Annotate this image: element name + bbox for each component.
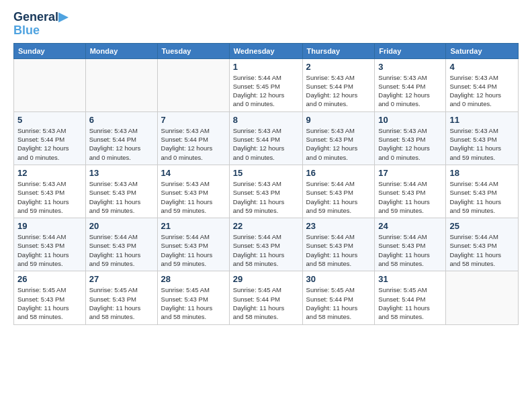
day-number: 15 [233, 168, 299, 178]
day-info: Sunrise: 5:43 AM Sunset: 5:44 PM Dayligh… [17, 126, 82, 162]
day-info: Sunrise: 5:43 AM Sunset: 5:43 PM Dayligh… [17, 179, 82, 215]
calendar-cell [157, 58, 229, 111]
calendar-cell: 22Sunrise: 5:44 AM Sunset: 5:43 PM Dayli… [229, 218, 302, 271]
day-number: 25 [449, 221, 515, 231]
calendar-cell: 24Sunrise: 5:44 AM Sunset: 5:43 PM Dayli… [375, 218, 446, 271]
day-number: 22 [233, 221, 299, 231]
calendar-cell: 7Sunrise: 5:43 AM Sunset: 5:44 PM Daylig… [157, 111, 229, 165]
calendar-cell: 18Sunrise: 5:44 AM Sunset: 5:43 PM Dayli… [446, 165, 519, 218]
day-info: Sunrise: 5:44 AM Sunset: 5:43 PM Dayligh… [378, 232, 442, 268]
day-number: 16 [306, 168, 371, 178]
day-info: Sunrise: 5:45 AM Sunset: 5:44 PM Dayligh… [233, 285, 299, 321]
day-number: 27 [89, 274, 154, 284]
day-info: Sunrise: 5:45 AM Sunset: 5:43 PM Dayligh… [17, 285, 82, 321]
day-number: 31 [378, 274, 442, 284]
day-number: 30 [306, 274, 371, 284]
header-cell-monday: Monday [85, 43, 157, 58]
day-number: 6 [89, 115, 154, 125]
calendar-week-2: 5Sunrise: 5:43 AM Sunset: 5:44 PM Daylig… [14, 111, 519, 165]
day-number: 21 [161, 221, 226, 231]
day-info: Sunrise: 5:43 AM Sunset: 5:44 PM Dayligh… [161, 126, 226, 162]
day-info: Sunrise: 5:43 AM Sunset: 5:43 PM Dayligh… [449, 126, 515, 162]
calendar-cell: 28Sunrise: 5:45 AM Sunset: 5:43 PM Dayli… [157, 271, 229, 324]
day-info: Sunrise: 5:45 AM Sunset: 5:44 PM Dayligh… [378, 285, 442, 321]
day-number: 11 [449, 115, 515, 125]
calendar-cell: 6Sunrise: 5:43 AM Sunset: 5:44 PM Daylig… [85, 111, 157, 165]
day-info: Sunrise: 5:43 AM Sunset: 5:43 PM Dayligh… [89, 179, 154, 215]
calendar-week-5: 26Sunrise: 5:45 AM Sunset: 5:43 PM Dayli… [14, 271, 519, 324]
calendar-cell: 9Sunrise: 5:43 AM Sunset: 5:43 PM Daylig… [302, 111, 375, 165]
day-info: Sunrise: 5:44 AM Sunset: 5:43 PM Dayligh… [233, 232, 299, 268]
calendar-week-3: 12Sunrise: 5:43 AM Sunset: 5:43 PM Dayli… [14, 165, 519, 218]
day-number: 4 [449, 62, 515, 72]
calendar-body: 1Sunrise: 5:44 AM Sunset: 5:45 PM Daylig… [14, 58, 519, 324]
calendar-cell: 14Sunrise: 5:43 AM Sunset: 5:43 PM Dayli… [157, 165, 229, 218]
page-header: General▶ Blue [13, 11, 519, 38]
day-number: 17 [378, 168, 442, 178]
calendar-cell: 13Sunrise: 5:43 AM Sunset: 5:43 PM Dayli… [85, 165, 157, 218]
calendar-cell: 19Sunrise: 5:44 AM Sunset: 5:43 PM Dayli… [14, 218, 86, 271]
calendar-cell: 26Sunrise: 5:45 AM Sunset: 5:43 PM Dayli… [14, 271, 86, 324]
day-info: Sunrise: 5:43 AM Sunset: 5:44 PM Dayligh… [233, 126, 299, 162]
day-number: 7 [161, 115, 226, 125]
calendar-cell: 16Sunrise: 5:44 AM Sunset: 5:43 PM Dayli… [302, 165, 375, 218]
calendar-cell: 17Sunrise: 5:44 AM Sunset: 5:43 PM Dayli… [375, 165, 446, 218]
day-number: 19 [17, 221, 82, 231]
day-info: Sunrise: 5:44 AM Sunset: 5:43 PM Dayligh… [449, 232, 515, 268]
day-info: Sunrise: 5:43 AM Sunset: 5:44 PM Dayligh… [89, 126, 154, 162]
day-number: 24 [378, 221, 442, 231]
day-info: Sunrise: 5:45 AM Sunset: 5:43 PM Dayligh… [161, 285, 226, 321]
calendar-week-4: 19Sunrise: 5:44 AM Sunset: 5:43 PM Dayli… [14, 218, 519, 271]
logo: General▶ Blue [13, 11, 68, 38]
calendar-cell: 4Sunrise: 5:43 AM Sunset: 5:44 PM Daylig… [446, 58, 519, 111]
day-number: 2 [306, 62, 371, 72]
header-row: SundayMondayTuesdayWednesdayThursdayFrid… [14, 43, 519, 58]
day-number: 23 [306, 221, 371, 231]
day-info: Sunrise: 5:43 AM Sunset: 5:44 PM Dayligh… [306, 73, 371, 109]
calendar-cell: 20Sunrise: 5:44 AM Sunset: 5:43 PM Dayli… [85, 218, 157, 271]
calendar-cell: 23Sunrise: 5:44 AM Sunset: 5:43 PM Dayli… [302, 218, 375, 271]
calendar-cell: 5Sunrise: 5:43 AM Sunset: 5:44 PM Daylig… [14, 111, 86, 165]
day-number: 12 [17, 168, 82, 178]
day-info: Sunrise: 5:44 AM Sunset: 5:43 PM Dayligh… [89, 232, 154, 268]
calendar-cell: 8Sunrise: 5:43 AM Sunset: 5:44 PM Daylig… [229, 111, 302, 165]
day-info: Sunrise: 5:43 AM Sunset: 5:44 PM Dayligh… [449, 73, 515, 109]
calendar-week-1: 1Sunrise: 5:44 AM Sunset: 5:45 PM Daylig… [14, 58, 519, 111]
header-cell-wednesday: Wednesday [229, 43, 302, 58]
day-info: Sunrise: 5:45 AM Sunset: 5:44 PM Dayligh… [306, 285, 371, 321]
day-number: 5 [17, 115, 82, 125]
logo-line1: General▶ [13, 11, 68, 24]
day-number: 14 [161, 168, 226, 178]
calendar-cell: 12Sunrise: 5:43 AM Sunset: 5:43 PM Dayli… [14, 165, 86, 218]
day-number: 20 [89, 221, 154, 231]
day-number: 8 [233, 115, 299, 125]
calendar-cell: 3Sunrise: 5:43 AM Sunset: 5:44 PM Daylig… [375, 58, 446, 111]
calendar-cell: 15Sunrise: 5:43 AM Sunset: 5:43 PM Dayli… [229, 165, 302, 218]
calendar-cell: 30Sunrise: 5:45 AM Sunset: 5:44 PM Dayli… [302, 271, 375, 324]
calendar-table: SundayMondayTuesdayWednesdayThursdayFrid… [13, 43, 519, 325]
day-info: Sunrise: 5:43 AM Sunset: 5:43 PM Dayligh… [306, 126, 371, 162]
day-number: 13 [89, 168, 154, 178]
day-number: 10 [378, 115, 442, 125]
day-number: 29 [233, 274, 299, 284]
day-info: Sunrise: 5:44 AM Sunset: 5:43 PM Dayligh… [161, 232, 226, 268]
calendar-cell [14, 58, 86, 111]
calendar-cell [446, 271, 519, 324]
header-cell-tuesday: Tuesday [157, 43, 229, 58]
calendar-cell: 27Sunrise: 5:45 AM Sunset: 5:43 PM Dayli… [85, 271, 157, 324]
day-info: Sunrise: 5:44 AM Sunset: 5:43 PM Dayligh… [378, 179, 442, 215]
calendar-cell: 21Sunrise: 5:44 AM Sunset: 5:43 PM Dayli… [157, 218, 229, 271]
logo-line2: Blue [13, 24, 68, 38]
calendar-cell: 31Sunrise: 5:45 AM Sunset: 5:44 PM Dayli… [375, 271, 446, 324]
calendar-cell: 1Sunrise: 5:44 AM Sunset: 5:45 PM Daylig… [229, 58, 302, 111]
header-cell-friday: Friday [375, 43, 446, 58]
day-number: 26 [17, 274, 82, 284]
header-cell-saturday: Saturday [446, 43, 519, 58]
day-info: Sunrise: 5:43 AM Sunset: 5:44 PM Dayligh… [378, 73, 442, 109]
day-number: 3 [378, 62, 442, 72]
calendar-cell: 10Sunrise: 5:43 AM Sunset: 5:43 PM Dayli… [375, 111, 446, 165]
day-number: 18 [449, 168, 515, 178]
calendar-cell: 2Sunrise: 5:43 AM Sunset: 5:44 PM Daylig… [302, 58, 375, 111]
day-info: Sunrise: 5:44 AM Sunset: 5:43 PM Dayligh… [306, 179, 371, 215]
day-info: Sunrise: 5:45 AM Sunset: 5:43 PM Dayligh… [89, 285, 154, 321]
